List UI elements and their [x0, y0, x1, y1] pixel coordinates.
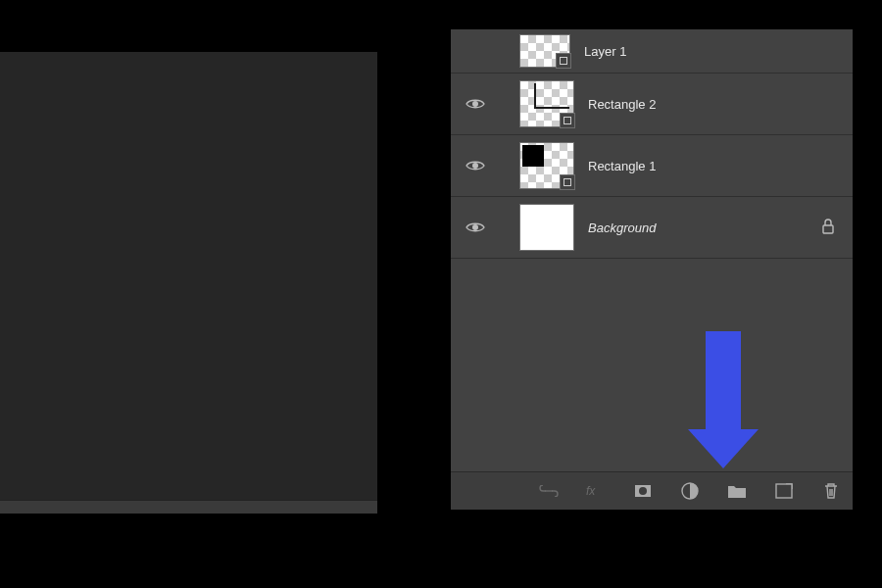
- canvas-area[interactable]: [0, 52, 377, 513]
- svg-point-1: [472, 163, 478, 169]
- layer-name[interactable]: Layer 1: [584, 44, 843, 59]
- layer-row[interactable]: Background: [451, 197, 853, 259]
- svg-point-6: [639, 487, 647, 495]
- svg-rect-3: [823, 225, 833, 233]
- lock-icon[interactable]: [821, 219, 835, 237]
- layers-panel: Layer 1 Rectangle 2: [451, 29, 853, 510]
- shape-badge-icon: [560, 174, 575, 190]
- svg-rect-9: [786, 484, 792, 489]
- layer-name[interactable]: Rectangle 2: [588, 97, 843, 112]
- new-group-icon[interactable]: [725, 479, 749, 503]
- svg-point-2: [472, 224, 478, 230]
- layers-panel-footer: fx: [451, 471, 853, 510]
- layers-list: Layer 1 Rectangle 2: [451, 29, 853, 259]
- layer-row[interactable]: Rectangle 1: [451, 135, 853, 197]
- visibility-eye-icon[interactable]: [466, 159, 485, 172]
- mask-icon[interactable]: [631, 479, 655, 503]
- shape-badge-icon: [556, 53, 571, 69]
- new-layer-icon[interactable]: [772, 479, 796, 503]
- fx-icon[interactable]: fx: [584, 479, 608, 503]
- layer-thumbnail[interactable]: [519, 34, 570, 68]
- svg-text:fx: fx: [586, 484, 596, 498]
- visibility-eye-icon[interactable]: [466, 97, 485, 111]
- adjustment-layer-icon[interactable]: [678, 479, 702, 503]
- link-layers-icon[interactable]: [537, 479, 561, 503]
- delete-layer-icon[interactable]: [819, 479, 843, 503]
- layer-thumbnail[interactable]: [519, 142, 574, 189]
- layer-name[interactable]: Rectangle 1: [588, 159, 843, 173]
- shape-badge-icon: [560, 113, 575, 128]
- layer-name[interactable]: Background: [588, 220, 813, 235]
- layers-empty-area: [451, 259, 853, 471]
- layer-row[interactable]: Rectangle 2: [451, 74, 853, 135]
- layer-thumbnail[interactable]: [519, 80, 574, 127]
- layer-row[interactable]: Layer 1: [451, 29, 853, 74]
- layer-thumbnail[interactable]: [519, 204, 574, 251]
- svg-point-0: [472, 101, 478, 107]
- canvas-horizontal-scrollbar[interactable]: [0, 500, 377, 514]
- visibility-eye-icon[interactable]: [466, 220, 485, 234]
